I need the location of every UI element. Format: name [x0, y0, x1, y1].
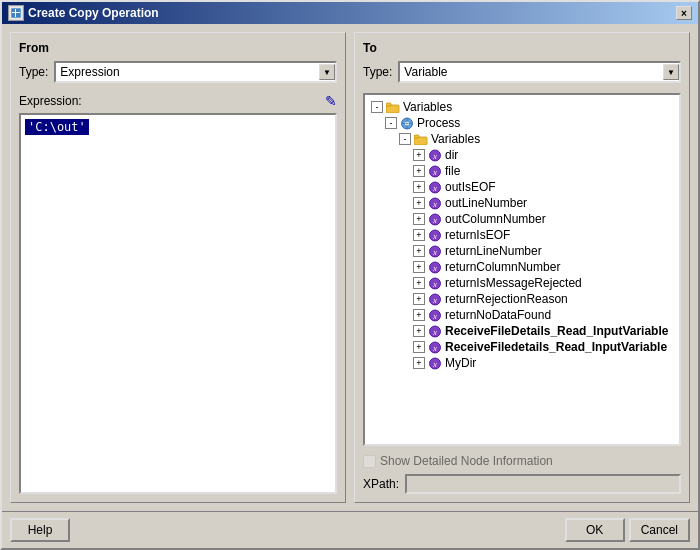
tree-label-process: Process [417, 116, 460, 130]
svg-text:x: x [432, 152, 437, 161]
ok-button[interactable]: OK [565, 518, 625, 542]
tree-item-outLineNumber[interactable]: + x outLineNumber [413, 195, 675, 211]
expand-returnIsEOF[interactable]: + [413, 229, 425, 241]
tree-label-returnIsEOF: returnIsEOF [445, 228, 510, 242]
edit-icon[interactable]: ✎ [325, 93, 337, 109]
from-type-select-wrapper[interactable]: Expression Variable Literal ▼ [54, 61, 337, 83]
to-type-select[interactable]: Variable Expression Literal [398, 61, 681, 83]
svg-text:x: x [432, 344, 437, 353]
expand-process[interactable]: - [385, 117, 397, 129]
tree-item-ReceiveFiledetails[interactable]: + x ReceiveFiledetails_Read_InputVariabl… [413, 339, 675, 355]
expression-label-row: Expression: ✎ [19, 93, 337, 109]
var-icon-returnColumnNumber: x [427, 260, 443, 274]
tree-item-returnLineNumber[interactable]: + x returnLineNumber [413, 243, 675, 259]
folder-icon [385, 101, 401, 113]
expand-returnIsMessageRejected[interactable]: + [413, 277, 425, 289]
expression-box[interactable]: 'C:\out' [19, 113, 337, 494]
tree-label-outLineNumber: outLineNumber [445, 196, 527, 210]
show-detailed-label: Show Detailed Node Information [380, 454, 553, 468]
svg-text:x: x [432, 312, 437, 321]
xpath-label: XPath: [363, 477, 399, 491]
tree-label-file: file [445, 164, 460, 178]
expand-returnNoDataFound[interactable]: + [413, 309, 425, 321]
svg-rect-2 [15, 9, 16, 17]
tree-item-outIsEOF[interactable]: + x outIsEOF [413, 179, 675, 195]
right-buttons: OK Cancel [565, 518, 690, 542]
tree-item-file[interactable]: + x file [413, 163, 675, 179]
svg-text:x: x [432, 264, 437, 273]
svg-rect-4 [386, 103, 391, 106]
expression-value: 'C:\out' [25, 119, 89, 135]
content-area: From Type: Expression Variable Literal ▼… [2, 24, 698, 511]
tree-item-dir[interactable]: + x dir [413, 147, 675, 163]
tree-item-ReceiveFileDetails[interactable]: + x ReceiveFileDetails_Read_InputVariabl… [413, 323, 675, 339]
tree-item-variables-sub[interactable]: - Variables [399, 131, 675, 147]
tree-label-returnIsMessageRejected: returnIsMessageRejected [445, 276, 582, 290]
expand-outColumnNumber[interactable]: + [413, 213, 425, 225]
tree-label-returnRejectionReason: returnRejectionReason [445, 292, 568, 306]
to-type-select-wrapper[interactable]: Variable Expression Literal ▼ [398, 61, 681, 83]
var-icon-outColumnNumber: x [427, 212, 443, 226]
expand-variables-root[interactable]: - [371, 101, 383, 113]
xpath-input[interactable] [405, 474, 681, 494]
expand-returnColumnNumber[interactable]: + [413, 261, 425, 273]
folder-icon-sub [413, 133, 429, 145]
from-type-row: Type: Expression Variable Literal ▼ [19, 61, 337, 83]
expand-MyDir[interactable]: + [413, 357, 425, 369]
tree-item-returnRejectionReason[interactable]: + x returnRejectionReason [413, 291, 675, 307]
tree-container[interactable]: - Variables - [363, 93, 681, 446]
svg-text:x: x [432, 168, 437, 177]
svg-text:x: x [432, 184, 437, 193]
tree-item-returnColumnNumber[interactable]: + x returnColumnNumber [413, 259, 675, 275]
svg-text:x: x [432, 216, 437, 225]
tree-item-returnNoDataFound[interactable]: + x returnNoDataFound [413, 307, 675, 323]
to-title: To [363, 41, 681, 55]
expand-outIsEOF[interactable]: + [413, 181, 425, 193]
tree-label-outColumnNumber: outColumnNumber [445, 212, 546, 226]
tree-label-variables-sub: Variables [431, 132, 480, 146]
to-panel: To Type: Variable Expression Literal ▼ - [354, 32, 690, 503]
tree-item-returnIsMessageRejected[interactable]: + x returnIsMessageRejected [413, 275, 675, 291]
var-icon-MyDir: x [427, 356, 443, 370]
tree-label-returnLineNumber: returnLineNumber [445, 244, 542, 258]
tree-item-returnIsEOF[interactable]: + x returnIsEOF [413, 227, 675, 243]
expand-ReceiveFileDetails[interactable]: + [413, 325, 425, 337]
expand-returnRejectionReason[interactable]: + [413, 293, 425, 305]
title-bar: Create Copy Operation × [2, 2, 698, 24]
tree-item-outColumnNumber[interactable]: + x outColumnNumber [413, 211, 675, 227]
svg-text:x: x [432, 296, 437, 305]
expand-dir[interactable]: + [413, 149, 425, 161]
window-title: Create Copy Operation [28, 6, 159, 20]
show-detailed-checkbox[interactable] [363, 455, 376, 468]
svg-text:x: x [432, 328, 437, 337]
show-detailed-row: Show Detailed Node Information [363, 454, 681, 468]
tree-item-variables-root[interactable]: - Variables [371, 99, 675, 115]
tree-item-MyDir[interactable]: + x MyDir [413, 355, 675, 371]
expression-label: Expression: [19, 94, 82, 108]
svg-text:x: x [432, 360, 437, 369]
tree-label-outIsEOF: outIsEOF [445, 180, 496, 194]
svg-text:x: x [432, 232, 437, 241]
expand-returnLineNumber[interactable]: + [413, 245, 425, 257]
from-panel: From Type: Expression Variable Literal ▼… [10, 32, 346, 503]
var-icon-ReceiveFiledetails: x [427, 340, 443, 354]
svg-rect-10 [414, 135, 419, 138]
from-type-select[interactable]: Expression Variable Literal [54, 61, 337, 83]
help-button[interactable]: Help [10, 518, 70, 542]
var-icon-outLineNumber: x [427, 196, 443, 210]
tree-label-ReceiveFiledetails: ReceiveFiledetails_Read_InputVariable [445, 340, 667, 354]
expand-variables-sub[interactable]: - [399, 133, 411, 145]
tree-label-ReceiveFileDetails: ReceiveFileDetails_Read_InputVariable [445, 324, 668, 338]
expand-ReceiveFiledetails[interactable]: + [413, 341, 425, 353]
tree-label-MyDir: MyDir [445, 356, 476, 370]
expand-outLineNumber[interactable]: + [413, 197, 425, 209]
from-title: From [19, 41, 337, 55]
var-icon-returnRejectionReason: x [427, 292, 443, 306]
expand-file[interactable]: + [413, 165, 425, 177]
cancel-button[interactable]: Cancel [629, 518, 690, 542]
close-button[interactable]: × [676, 6, 692, 20]
tree-item-process[interactable]: - Process [385, 115, 675, 131]
main-window: Create Copy Operation × From Type: Expre… [0, 0, 700, 550]
var-icon-outIsEOF: x [427, 180, 443, 194]
tree-label-dir: dir [445, 148, 458, 162]
